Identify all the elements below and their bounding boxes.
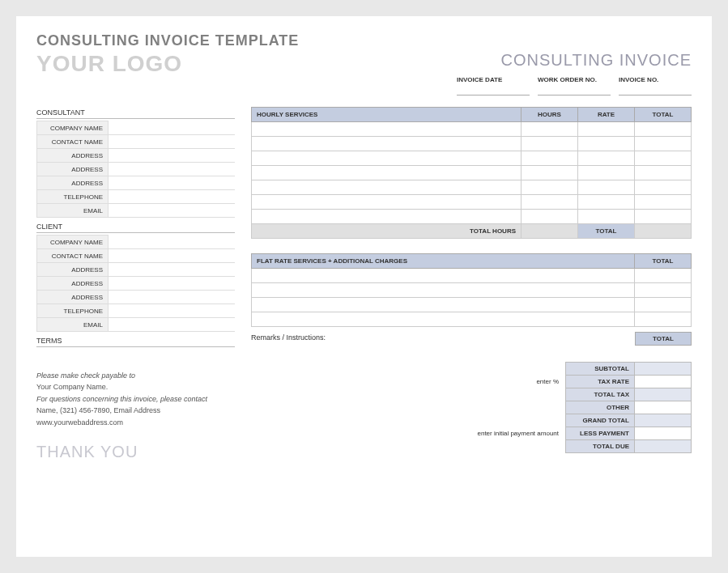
client-contact-label: CONTACT NAME xyxy=(37,249,109,263)
logo-placeholder: YOUR LOGO xyxy=(36,51,182,77)
invoice-no-label: INVOICE NO. xyxy=(619,76,692,84)
contact-info: Name, (321) 456-7890, Email Address xyxy=(36,405,235,416)
invoice-no-field[interactable]: INVOICE NO. xyxy=(619,76,692,96)
consultant-email-value[interactable] xyxy=(109,204,236,218)
right-column: HOURLY SERVICES HOURS RATE TOTAL TOTAL H… xyxy=(251,104,692,461)
client-address3-value[interactable] xyxy=(109,291,236,304)
consultant-address1-label: ADDRESS xyxy=(37,149,109,163)
terms-section-label: TERMS xyxy=(36,337,235,347)
consultant-address2-label: ADDRESS xyxy=(37,163,109,176)
flat-sum-total-label: TOTAL xyxy=(635,332,692,346)
header-row: YOUR LOGO CONSULTING INVOICE INVOICE DAT… xyxy=(36,51,692,96)
less-payment-note: enter initial payment amount xyxy=(473,427,566,440)
grand-total-value xyxy=(635,414,692,427)
hourly-row[interactable] xyxy=(252,195,692,210)
thank-you: THANK YOU xyxy=(36,443,235,461)
consultant-telephone-value[interactable] xyxy=(109,190,236,204)
remarks-label: Remarks / Instructions: xyxy=(251,333,326,342)
less-payment-label: LESS PAYMENT xyxy=(566,427,635,440)
consultant-address1-value[interactable] xyxy=(109,149,236,163)
hours-header: HOURS xyxy=(522,108,578,122)
left-column: CONSULTANT COMPANY NAME CONTACT NAME ADD… xyxy=(36,104,235,461)
client-address2-value[interactable] xyxy=(109,277,236,291)
hourly-row[interactable] xyxy=(252,151,692,166)
client-email-value[interactable] xyxy=(109,318,236,332)
total-due-label: TOTAL DUE xyxy=(566,440,635,453)
invoice-date-label: INVOICE DATE xyxy=(457,76,530,84)
client-address3-label: ADDRESS xyxy=(37,291,109,304)
flat-header: FLAT RATE SERVICES + ADDITIONAL CHARGES xyxy=(252,254,635,269)
consultant-contact-value[interactable] xyxy=(109,135,236,149)
flat-total-box: TOTAL xyxy=(635,332,692,346)
tax-rate-label: TAX RATE xyxy=(566,376,635,388)
rate-header: RATE xyxy=(578,108,635,122)
flat-row[interactable] xyxy=(252,269,692,283)
other-value[interactable] xyxy=(635,401,692,414)
hourly-header: HOURLY SERVICES xyxy=(252,108,522,122)
total-header: TOTAL xyxy=(635,108,692,122)
subtotal-value xyxy=(635,363,692,376)
invoice-title: CONSULTING INVOICE xyxy=(457,51,692,70)
invoice-no-value[interactable] xyxy=(619,84,692,96)
total-hours-label: TOTAL HOURS xyxy=(252,224,522,239)
client-address1-value[interactable] xyxy=(109,263,236,277)
consultant-company-value[interactable] xyxy=(109,121,236,135)
hourly-row[interactable] xyxy=(252,166,692,180)
page-title: CONSULTING INVOICE TEMPLATE xyxy=(36,32,692,49)
client-contact-value[interactable] xyxy=(109,249,236,263)
total-tax-value xyxy=(635,388,692,401)
totals-section: SUBTOTAL enter % TAX RATE TOTAL TAX xyxy=(251,362,692,453)
client-company-value[interactable] xyxy=(109,236,236,249)
work-order-field[interactable]: WORK ORDER NO. xyxy=(538,76,611,96)
client-telephone-label: TELEPHONE xyxy=(37,304,109,318)
hourly-row[interactable] xyxy=(252,210,692,224)
main-area: CONSULTANT COMPANY NAME CONTACT NAME ADD… xyxy=(36,104,692,461)
hourly-row[interactable] xyxy=(252,122,692,137)
total-tax-label: TOTAL TAX xyxy=(566,388,635,401)
client-table: COMPANY NAME CONTACT NAME ADDRESS ADDRES… xyxy=(36,235,235,332)
consultant-company-label: COMPANY NAME xyxy=(37,121,109,135)
total-hours-value xyxy=(522,224,578,239)
hourly-row[interactable] xyxy=(252,180,692,195)
consultant-address3-value[interactable] xyxy=(109,176,236,190)
tax-rate-value[interactable] xyxy=(635,376,692,388)
client-email-label: EMAIL xyxy=(37,318,109,332)
hourly-summary-row: TOTAL HOURS TOTAL xyxy=(252,224,692,239)
consultant-telephone-label: TELEPHONE xyxy=(37,190,109,204)
payable-label: Please make check payable to xyxy=(36,370,235,381)
consultant-section-label: CONSULTANT xyxy=(36,108,235,119)
questions-label: For questions concerning this invoice, p… xyxy=(36,393,235,405)
other-label: OTHER xyxy=(566,401,635,414)
work-order-value[interactable] xyxy=(538,84,611,96)
consultant-email-label: EMAIL xyxy=(37,204,109,218)
consultant-address3-label: ADDRESS xyxy=(37,176,109,190)
total-due-value xyxy=(635,440,692,453)
invoice-meta: INVOICE DATE WORK ORDER NO. INVOICE NO. xyxy=(457,76,692,96)
flat-row[interactable] xyxy=(252,312,692,327)
client-telephone-value[interactable] xyxy=(109,304,236,318)
grand-total-label: GRAND TOTAL xyxy=(566,414,635,427)
invoice-page: CONSULTING INVOICE TEMPLATE YOUR LOGO CO… xyxy=(16,16,712,557)
consultant-contact-label: CONTACT NAME xyxy=(37,135,109,149)
tax-rate-note: enter % xyxy=(473,376,566,388)
consultant-table: COMPANY NAME CONTACT NAME ADDRESS ADDRES… xyxy=(36,121,235,218)
invoice-date-field[interactable]: INVOICE DATE xyxy=(457,76,530,96)
flat-rate-table: FLAT RATE SERVICES + ADDITIONAL CHARGES … xyxy=(251,253,692,327)
consultant-address2-value[interactable] xyxy=(109,163,236,176)
hourly-row[interactable] xyxy=(252,137,692,151)
hourly-total-label: TOTAL xyxy=(578,224,635,239)
client-section-label: CLIENT xyxy=(36,223,235,233)
hourly-services-table: HOURLY SERVICES HOURS RATE TOTAL TOTAL H… xyxy=(251,107,692,239)
work-order-label: WORK ORDER NO. xyxy=(538,76,611,84)
subtotal-label: SUBTOTAL xyxy=(566,363,635,376)
client-address1-label: ADDRESS xyxy=(37,263,109,277)
flat-row[interactable] xyxy=(252,298,692,312)
flat-row[interactable] xyxy=(252,283,692,298)
subtotal-note xyxy=(473,363,566,376)
totals-table: SUBTOTAL enter % TAX RATE TOTAL TAX xyxy=(473,362,692,453)
client-address2-label: ADDRESS xyxy=(37,277,109,291)
less-payment-value[interactable] xyxy=(635,427,692,440)
invoice-date-value[interactable] xyxy=(457,84,530,96)
flat-total-header: TOTAL xyxy=(635,254,692,269)
hourly-total-value xyxy=(635,224,692,239)
